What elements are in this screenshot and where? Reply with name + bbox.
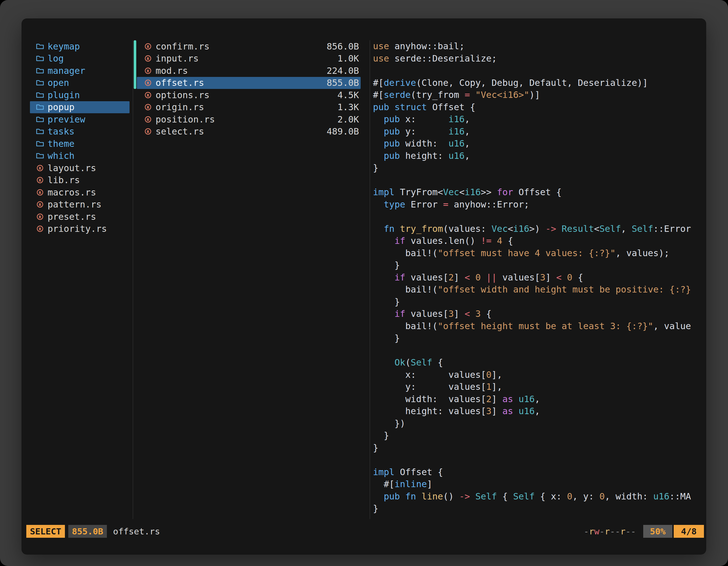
- svg-text:R: R: [147, 130, 149, 134]
- code-line: }: [373, 162, 703, 174]
- entry-label: tasks: [48, 126, 74, 137]
- svg-text:R: R: [39, 203, 41, 207]
- file-row-select-rs[interactable]: Rselect.rs489.0B: [137, 126, 361, 138]
- sidebar-entry-tasks[interactable]: tasks: [30, 126, 130, 138]
- folder-icon: [36, 91, 44, 99]
- rust-file-icon: R: [144, 115, 152, 124]
- file-name: mod.rs: [156, 65, 188, 76]
- sidebar-entry-macros-rs[interactable]: Rmacros.rs: [30, 186, 130, 199]
- entry-label: preset.rs: [48, 212, 96, 222]
- svg-text:R: R: [147, 69, 149, 73]
- sidebar-entry-plugin[interactable]: plugin: [30, 89, 130, 101]
- code-line: pub width: u16,: [373, 138, 703, 150]
- file-size: 1.3K: [337, 102, 359, 112]
- sidebar-entry-layout-rs[interactable]: Rlayout.rs: [30, 162, 130, 174]
- current-directory-pane: Rconfirm.rs856.0BRinput.rs1.0KRmod.rs224…: [137, 40, 361, 138]
- svg-text:R: R: [39, 166, 41, 170]
- file-size: 1.0K: [337, 53, 359, 64]
- file-name: confirm.rs: [156, 41, 210, 52]
- folder-icon: [36, 116, 44, 123]
- file-preview-pane[interactable]: use anyhow::bail;use serde::Deserialize;…: [373, 40, 703, 519]
- entry-label: which: [48, 151, 74, 161]
- entry-label: manager: [48, 65, 85, 76]
- sidebar-entry-theme[interactable]: theme: [30, 138, 130, 150]
- code-line: }: [373, 259, 703, 272]
- code-line: if values.len() != 4 {: [373, 235, 703, 247]
- code-line: fn try_from(values: Vec<i16>) -> Result<…: [373, 223, 703, 235]
- folder-icon: [36, 104, 44, 111]
- file-row-position-rs[interactable]: Rposition.rs2.0K: [137, 113, 361, 126]
- code-line: bail!("offset height must be at least 3:…: [373, 320, 703, 332]
- sidebar-entry-popup[interactable]: popup: [30, 101, 130, 114]
- sidebar-entry-log[interactable]: log: [30, 53, 130, 65]
- code-line: [373, 65, 703, 77]
- code-line: }: [373, 442, 703, 454]
- sidebar-entry-keymap[interactable]: keymap: [30, 40, 130, 53]
- status-bar: SELECT 855.0B offset.rs -rw-r--r-- 50% 4…: [26, 524, 704, 538]
- code-line: use serde::Deserialize;: [373, 53, 703, 65]
- code-line: #[derive(Clone, Copy, Debug, Default, De…: [373, 77, 703, 89]
- file-row-origin-rs[interactable]: Rorigin.rs1.3K: [137, 101, 361, 114]
- permissions-text: -rw-r--r--: [584, 526, 636, 536]
- code-line: Ok(Self {: [373, 356, 703, 369]
- desktop-background: keymaplogmanageropenpluginpopuppreviewta…: [0, 0, 728, 566]
- file-size: 856.0B: [327, 41, 359, 52]
- sidebar-entry-which[interactable]: which: [30, 150, 130, 162]
- sidebar-entry-pattern-rs[interactable]: Rpattern.rs: [30, 199, 130, 211]
- file-size-badge: 855.0B: [68, 525, 107, 538]
- code-line: pub x: i16,: [373, 113, 703, 126]
- yazi-file-manager-window: keymaplogmanageropenpluginpopuppreviewta…: [22, 19, 706, 554]
- entry-label: layout.rs: [48, 163, 96, 173]
- file-row-mod-rs[interactable]: Rmod.rs224.0B: [137, 65, 361, 77]
- entry-label: log: [48, 53, 64, 64]
- file-row-options-rs[interactable]: Roptions.rs4.5K: [137, 89, 361, 101]
- rust-file-icon: R: [144, 54, 152, 63]
- file-name: input.rs: [156, 53, 199, 64]
- entry-label: macros.rs: [48, 187, 96, 198]
- entry-label: priority.rs: [48, 224, 107, 234]
- sidebar-entry-preset-rs[interactable]: Rpreset.rs: [30, 211, 130, 223]
- folder-icon: [36, 79, 44, 86]
- code-line: impl Offset {: [373, 466, 703, 478]
- entry-label: theme: [48, 139, 74, 149]
- code-line: y: values[1],: [373, 381, 703, 393]
- file-name: options.rs: [156, 90, 210, 100]
- code-line: type Error = anyhow::Error;: [373, 199, 703, 211]
- file-row-offset-rs[interactable]: Roffset.rs855.0B: [137, 77, 361, 89]
- rust-file-icon: R: [36, 200, 44, 209]
- svg-text:R: R: [147, 105, 149, 110]
- code-line: #[inline]: [373, 478, 703, 490]
- entry-label: popup: [48, 102, 74, 112]
- svg-text:R: R: [147, 93, 149, 97]
- sidebar-entry-open[interactable]: open: [30, 77, 130, 89]
- scrollbar-thumb[interactable]: [134, 40, 136, 89]
- code-line: [373, 344, 703, 357]
- pane-divider-left: [133, 40, 133, 519]
- svg-text:R: R: [39, 190, 41, 195]
- code-line: [373, 454, 703, 466]
- rust-file-icon: R: [144, 42, 152, 51]
- file-size: 224.0B: [327, 65, 359, 76]
- file-row-input-rs[interactable]: Rinput.rs1.0K: [137, 53, 361, 65]
- sidebar-entry-priority-rs[interactable]: Rpriority.rs: [30, 223, 130, 235]
- file-name: origin.rs: [156, 102, 204, 112]
- folder-icon: [36, 67, 44, 74]
- code-line: bail!("offset width and height must be p…: [373, 283, 703, 296]
- folder-icon: [36, 152, 44, 159]
- status-filename: offset.rs: [113, 526, 160, 536]
- file-name: offset.rs: [156, 78, 204, 88]
- rust-file-icon: R: [36, 225, 44, 233]
- file-name: position.rs: [156, 114, 215, 125]
- sidebar-entry-lib-rs[interactable]: Rlib.rs: [30, 174, 130, 187]
- code-line: }: [373, 429, 703, 442]
- code-line: #[serde(try_from = "Vec<i16>")]: [373, 89, 703, 101]
- file-row-confirm-rs[interactable]: Rconfirm.rs856.0B: [137, 40, 361, 53]
- folder-icon: [36, 140, 44, 147]
- sidebar-entry-preview[interactable]: preview: [30, 113, 130, 126]
- code-line: height: values[3] as u16,: [373, 405, 703, 417]
- rust-file-icon: R: [144, 127, 152, 136]
- folder-icon: [36, 55, 44, 62]
- sidebar-entry-manager[interactable]: manager: [30, 65, 130, 77]
- code-line: [373, 174, 703, 187]
- folder-icon: [36, 43, 44, 50]
